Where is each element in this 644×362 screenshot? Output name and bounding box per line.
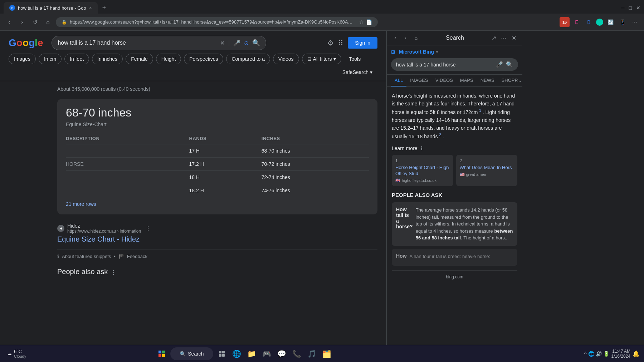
file-explorer-icon[interactable]: 📁 (245, 347, 258, 360)
filter-in-inches[interactable]: In inches (92, 54, 123, 64)
app-icon-4[interactable]: 🎵 (306, 347, 318, 360)
bing-search-bar[interactable]: how tall is a 17 hand horse 🎤 🔍 (391, 58, 518, 71)
search-bar[interactable]: how tall is a 17 hand horse ✕ | 🎤 ⊙ 🔍 (52, 36, 266, 50)
bing-account-dropdown[interactable]: ▾ (436, 50, 438, 54)
extension-2-icon[interactable]: E (572, 17, 582, 27)
filter-in-feet[interactable]: In feet (64, 54, 89, 64)
about-snippets-link[interactable]: About featured snippets (62, 254, 111, 259)
source-card-1[interactable]: 1 Horse Height Chart - High Offley Stud … (392, 155, 453, 187)
sign-in-button[interactable]: Sign in (348, 37, 377, 49)
tools-button[interactable]: Tools (344, 54, 366, 64)
bing-tab-shopping[interactable]: SHOPP... (498, 75, 522, 86)
row-hands-2: 17.2 H (189, 158, 262, 171)
new-tab-button[interactable]: + (99, 3, 109, 13)
search-taskbar-button[interactable]: 🔍 Search (170, 347, 213, 360)
extension-3-icon[interactable]: B (584, 17, 594, 27)
extension-6-icon[interactable]: 📱 (618, 17, 628, 27)
taskbar: ☁ 6°C Cloudy 🔍 Search 🌐 📁 🎮 💬 📞 🎵 🗂️ ^ 🌐… (0, 345, 644, 362)
extensions-icon[interactable]: 16 (560, 17, 570, 27)
bing-home-button[interactable]: ⌂ (412, 34, 420, 42)
filter-perspectives[interactable]: Perspectives (184, 54, 223, 64)
more-rows-link[interactable]: 21 more rows (66, 201, 96, 207)
snippet-answer: 68-70 inches (66, 106, 369, 119)
app-icon-5[interactable]: 🗂️ (321, 347, 333, 360)
weather-widget[interactable]: ☁ 6°C Cloudy (4, 347, 29, 360)
forward-button[interactable]: › (17, 17, 27, 27)
source-flag-2: 🇺🇸 (460, 172, 465, 177)
feedback-bar: ℹ About featured snippets • 🏴 Feedback (57, 249, 377, 259)
reload-button[interactable]: ↺ (30, 17, 40, 27)
tab-favicon: G (9, 5, 15, 11)
search-input[interactable]: how tall is a 17 hand horse (58, 40, 216, 46)
filter-in-cm[interactable]: In cm (39, 54, 62, 64)
settings-icon[interactable]: ⚙ (327, 39, 334, 47)
tab-close-button[interactable]: × (89, 5, 92, 11)
bing-forward-button[interactable]: › (401, 34, 410, 42)
weather-icon: ☁ (7, 351, 12, 356)
system-clock[interactable]: 11:47 AM 1/16/2024 (611, 349, 630, 359)
notification-icon[interactable]: 🔔 (633, 350, 640, 357)
more-menu-button[interactable]: ⋯ (630, 17, 640, 27)
network-icon[interactable]: 🌐 (588, 351, 594, 357)
clear-search-icon[interactable]: ✕ (220, 40, 225, 46)
browser-close[interactable]: ✕ (636, 5, 640, 11)
back-button[interactable]: ‹ (4, 17, 14, 27)
app-icon-2[interactable]: 💬 (275, 347, 288, 360)
url-bar[interactable]: 🔒 https://www.google.com/search?q=how+ta… (56, 17, 378, 27)
bing-tab-videos[interactable]: VIDEOS (432, 75, 457, 86)
table-row: HORSE 17.2 H 70-72 inches (66, 158, 369, 171)
bing-search-input[interactable]: how tall is a 17 hand horse (396, 62, 493, 68)
filter-images[interactable]: Images (9, 54, 36, 64)
filter-videos[interactable]: Videos (273, 54, 299, 64)
home-button[interactable]: ⌂ (43, 17, 53, 27)
paa-options-icon[interactable]: ⋮ (111, 269, 116, 276)
taskbar-center: 🔍 Search 🌐 📁 🎮 💬 📞 🎵 🗂️ (155, 347, 333, 360)
learn-more-icon: ℹ (421, 145, 423, 151)
lens-search-icon[interactable]: ⊙ (244, 40, 249, 46)
bing-tab-news[interactable]: NEWS (477, 75, 498, 86)
extension-4-icon[interactable] (596, 19, 603, 26)
bing-main-answer: A horse's height is measured in hands, w… (392, 92, 517, 140)
feedback-link[interactable]: Feedback (127, 254, 147, 259)
source-num-1: 1 (395, 158, 450, 163)
active-tab[interactable]: G how tall is a 17 hand horse - Goo × (4, 2, 98, 14)
bing-back-button[interactable]: ‹ (391, 34, 400, 42)
bing-answer-text-3: . (443, 133, 444, 139)
extension-5-icon[interactable]: 🔄 (605, 17, 615, 27)
apps-icon[interactable]: ⠿ (338, 39, 343, 47)
app-icon-3[interactable]: 📞 (291, 347, 303, 360)
show-hidden-icons[interactable]: ^ (584, 351, 587, 357)
search-submit-icon[interactable]: 🔍 (252, 39, 260, 47)
star-icon[interactable]: ☆ (359, 19, 364, 25)
result-more-options-icon[interactable]: ⋮ (145, 225, 151, 232)
safesearch-button[interactable]: SafeSearch ▾ (337, 67, 377, 77)
all-filters-label: All filters (313, 56, 332, 62)
bing-tab-images[interactable]: IMAGES (406, 75, 432, 86)
task-view-button[interactable] (215, 347, 228, 360)
browser-minimize[interactable]: ─ (621, 5, 625, 11)
bing-tab-maps[interactable]: MAPS (457, 75, 477, 86)
filter-compared-to[interactable]: Compared to a (226, 54, 270, 64)
filter-height[interactable]: Height (156, 54, 181, 64)
browser-maximize[interactable]: □ (629, 5, 632, 11)
result-title[interactable]: Equine Size Chart - Hidez (57, 235, 377, 243)
bing-open-external-icon[interactable]: ↗ (489, 34, 498, 42)
bing-close-icon[interactable]: ✕ (509, 34, 518, 42)
app-icon-1[interactable]: 🎮 (260, 347, 273, 360)
read-mode-icon[interactable]: 📄 (366, 19, 372, 25)
windows-start-button[interactable] (155, 347, 168, 360)
bing-paa-answer-2: A han four ir tall is breed: heavie hors… (410, 253, 490, 262)
bing-tab-all[interactable]: ALL (391, 75, 406, 86)
filter-female[interactable]: Female (126, 54, 153, 64)
volume-icon[interactable]: 🔊 (596, 351, 602, 357)
all-filters-button[interactable]: ⊟ All filters ▾ (302, 54, 341, 64)
bing-paa-bold-1: between 56 and 58 inches tall (416, 228, 513, 241)
source-card-2[interactable]: 2 What Does Mean In Hors 🇺🇸 great-ameri (456, 155, 518, 187)
bing-search-submit-icon[interactable]: 🔍 (506, 61, 513, 68)
bing-more-options-icon[interactable]: ⋯ (499, 34, 508, 42)
bing-voice-icon[interactable]: 🎤 (496, 61, 503, 68)
battery-icon[interactable]: 🔋 (603, 351, 609, 357)
voice-search-icon[interactable]: 🎤 (233, 40, 240, 46)
google-header: Google how tall is a 17 hand horse ✕ | 🎤… (0, 31, 386, 50)
edge-taskbar-icon[interactable]: 🌐 (230, 347, 243, 360)
